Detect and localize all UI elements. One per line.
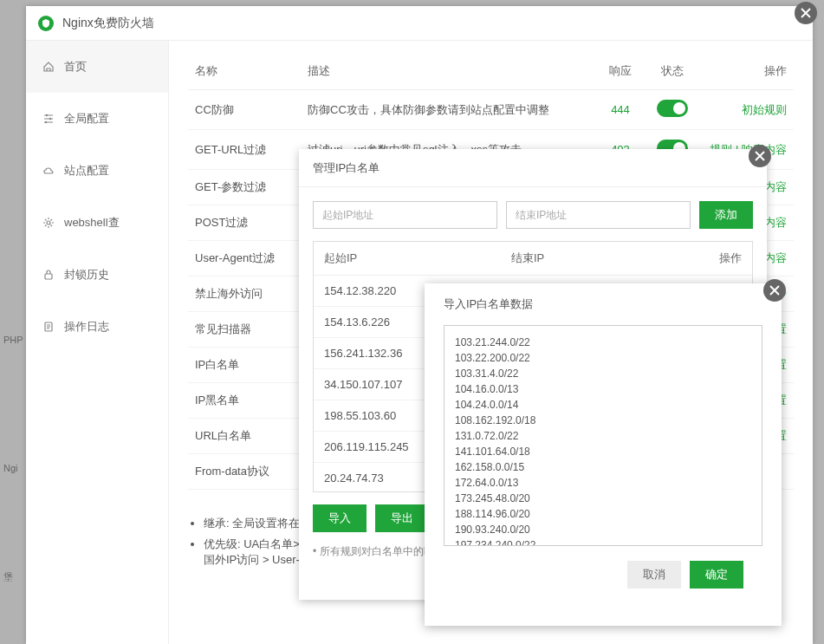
modal2-close-button[interactable] (763, 279, 786, 302)
start-ip-input[interactable] (313, 201, 497, 229)
col-resp: 响应 (594, 53, 646, 90)
export-button[interactable]: 导出 (375, 504, 429, 532)
cell-name: 常见扫描器 (188, 312, 301, 348)
svg-point-3 (47, 221, 50, 224)
sliders-icon (42, 113, 55, 125)
sidebar-item-label: 首页 (64, 59, 87, 75)
sidebar: 首页 全局配置 站点配置 webshell查 封锁历史 操作日志 (26, 41, 169, 644)
clipboard-icon (42, 321, 55, 333)
cell-name: GET-参数过滤 (188, 170, 301, 205)
confirm-button[interactable]: 确定 (690, 561, 743, 589)
main-header: Nginx免费防火墙 (26, 6, 813, 41)
sidebar-item-home[interactable]: 首页 (26, 41, 168, 93)
sidebar-item-blocklog[interactable]: 封锁历史 (26, 249, 168, 301)
col-name: 名称 (188, 53, 301, 90)
list-col-start: 起始IP (324, 250, 511, 266)
main-close-button[interactable] (795, 2, 817, 24)
sidebar-item-label: 站点配置 (64, 163, 109, 179)
main-title: Nginx免费防火墙 (62, 16, 154, 31)
cell-name: From-data协议 (188, 454, 301, 490)
sidebar-item-label: 全局配置 (64, 111, 109, 127)
sidebar-item-label: 操作日志 (64, 319, 109, 335)
sidebar-item-webshell[interactable]: webshell查 (26, 197, 168, 249)
modal1-close-button[interactable] (749, 145, 771, 167)
toggle-on[interactable] (657, 100, 688, 117)
gear-icon (42, 217, 55, 229)
col-status: 状态 (646, 53, 698, 90)
end-ip-input[interactable] (506, 201, 691, 229)
cell-name: POST过滤 (188, 205, 301, 241)
cell-name: GET-URL过滤 (188, 130, 301, 170)
modal2-title: 导入IP白名单数据 (425, 283, 782, 325)
table-row: CC防御防御CC攻击，具体防御参数请到站点配置中调整444初始规则 (188, 90, 794, 130)
sidebar-item-global[interactable]: 全局配置 (26, 93, 168, 145)
list-col-end: 结束IP (511, 250, 698, 266)
cancel-button[interactable]: 取消 (627, 561, 681, 589)
op-link[interactable]: 初始规则 (742, 103, 787, 116)
cell-name: IP白名单 (188, 348, 301, 383)
cell-resp: 444 (594, 90, 646, 130)
import-modal: 导入IP白名单数据 取消 确定 (425, 283, 782, 626)
sidebar-item-site[interactable]: 站点配置 (26, 145, 168, 197)
add-button[interactable]: 添加 (699, 201, 753, 229)
sidebar-item-label: webshell查 (64, 215, 120, 231)
shield-icon (38, 16, 54, 31)
lock-icon (42, 269, 55, 281)
svg-point-0 (46, 114, 48, 116)
cell-name: User-Agent过滤 (188, 241, 301, 276)
cell-name: IP黑名单 (188, 383, 301, 419)
home-icon (42, 61, 55, 73)
list-col-op: 操作 (698, 250, 742, 266)
cell-name: CC防御 (188, 90, 301, 130)
svg-point-2 (45, 121, 47, 123)
cell-name: URL白名单 (188, 419, 301, 454)
cell-op: 初始规则 (698, 90, 794, 130)
import-textarea[interactable] (444, 325, 762, 546)
svg-point-1 (49, 118, 51, 120)
cell-desc: 防御CC攻击，具体防御参数请到站点配置中调整 (301, 90, 594, 130)
col-op: 操作 (698, 53, 794, 90)
sidebar-item-label: 封锁历史 (64, 267, 109, 283)
modal1-title: 管理IP白名单 (299, 149, 767, 187)
col-desc: 描述 (301, 53, 594, 90)
cell-name: 禁止海外访问 (188, 276, 301, 312)
sidebar-item-oplog[interactable]: 操作日志 (26, 301, 168, 353)
cell-status (646, 90, 698, 130)
cloud-icon (42, 165, 55, 177)
import-button[interactable]: 导入 (313, 504, 367, 532)
svg-rect-4 (45, 274, 52, 279)
